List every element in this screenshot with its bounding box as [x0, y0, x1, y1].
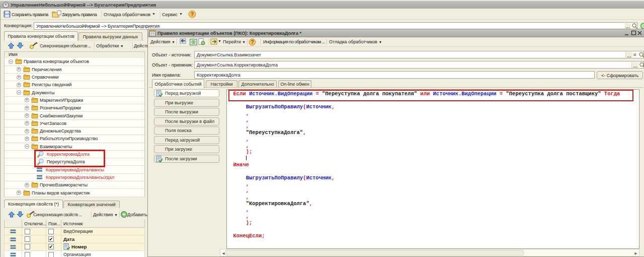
svg-text:?: ? [191, 12, 194, 17]
svg-text:?: ? [251, 39, 254, 45]
